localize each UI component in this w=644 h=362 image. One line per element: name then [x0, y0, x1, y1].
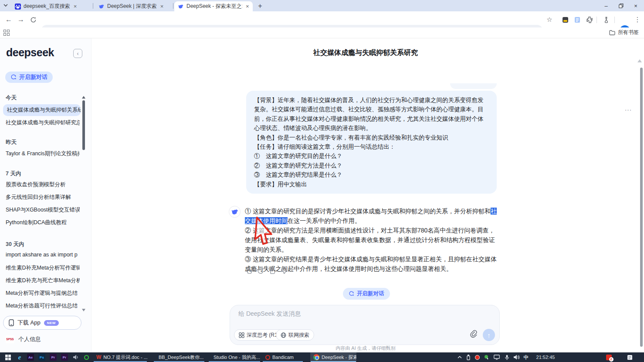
sidebar-item-chat[interactable]: 多元线性回归分析结果详解 [6, 194, 80, 201]
taskbar-window-word[interactable]: W NO.7 提示词.doc - ... [93, 352, 147, 362]
audio-app-icon[interactable] [71, 352, 80, 362]
after-effects-icon[interactable]: Ae [26, 352, 35, 362]
tray-usb-icon[interactable] [464, 352, 472, 362]
all-bookmarks-button[interactable]: 所有书签 [609, 29, 639, 36]
premiere-icon[interactable]: Pr [49, 352, 58, 362]
sidebar-item-chat[interactable]: Meta分析选题可行性评估总结 [6, 302, 80, 310]
forward-button[interactable]: → [16, 14, 26, 25]
extension-icon-2[interactable] [573, 15, 582, 24]
tray-clock[interactable]: 21:52:45 [532, 352, 559, 362]
taskbar-window-folder[interactable]: BB_DeepSeek教你... [153, 352, 205, 362]
tray-ime-indicator[interactable]: 中 [522, 352, 530, 362]
thumbs-up-icon[interactable] [268, 267, 276, 275]
taskbar-window-chrome-active[interactable]: DeepSeek - 探索未... [310, 352, 356, 362]
browser-tab-baidu[interactable]: deepseek_百度搜索 × [11, 1, 92, 11]
apps-grid-icon[interactable] [3, 30, 10, 36]
window-label: NO.7 提示词.doc - ... [103, 354, 147, 361]
sidebar-new-chat-button[interactable]: 开启新对话 [5, 72, 53, 83]
bookmark-star-icon[interactable]: ☆ [545, 15, 554, 24]
window-label: Studio One - 我的高... [214, 354, 260, 361]
sidebar-scrollbar-thumb[interactable] [82, 100, 85, 150]
user-paragraph: ③ 这篇文章的研究结果是什么？ [254, 170, 489, 179]
browser-toolbar: ← → chat.deepseek.com/a/chat/s/34f00644-… [0, 11, 644, 27]
wps-writer-icon: W [96, 354, 101, 360]
browser-tab-deepseek-home[interactable]: DeepSeek | 深度求索 × [95, 1, 173, 11]
ai-disclaimer: 内容由 AI 生成，请仔细甄别 [92, 345, 640, 352]
tray-chevron-up-icon[interactable] [456, 352, 464, 362]
extensions-puzzle-icon[interactable] [585, 15, 594, 24]
tray-notification-icon[interactable]: 2 [604, 352, 613, 362]
window-restore-button[interactable] [613, 0, 628, 11]
copy-icon[interactable] [245, 267, 253, 275]
sidebar-item-chat[interactable]: 维生素D补充与死亡率Meta分析 [6, 277, 80, 284]
sidebar-scroll-up-icon[interactable] [82, 96, 85, 99]
window-minimize-button[interactable]: – [599, 0, 613, 11]
premiere-icon-2[interactable]: Pr [60, 352, 69, 362]
browser-menu-kebab-icon[interactable]: ⋮ [633, 15, 642, 24]
message-actions [245, 267, 288, 275]
history-group-label: 30 天内 [6, 241, 24, 248]
tab-close-icon[interactable]: × [246, 3, 249, 10]
attach-paperclip-icon[interactable] [470, 330, 478, 339]
sidebar-item-chat[interactable]: Taylor & Francis期刊论文投稿排 [6, 150, 80, 157]
back-button[interactable]: ← [3, 14, 14, 25]
extension-icon-1[interactable] [560, 15, 570, 24]
assistant-paragraph-1: ① 这篇文章的研究目的是探讨青少年社交媒体成瘾与失眠和抑郁之间的关系，并分析抑郁… [245, 206, 497, 225]
tab-search-chevron-icon[interactable] [3, 4, 8, 7]
sidebar-collapse-button[interactable]: ‹ [73, 49, 82, 58]
web-search-toggle[interactable]: 联网搜索 [276, 329, 314, 341]
sidebar-scroll-down-icon[interactable] [82, 309, 85, 311]
page-scrollbar-thumb[interactable] [640, 68, 643, 347]
download-app-button[interactable]: 下载 App NEW [3, 316, 81, 330]
tray-recording-icon[interactable] [473, 352, 481, 362]
tray-network-tool-icon[interactable] [483, 352, 491, 362]
sidebar-item-chat-active[interactable]: 社交媒体成瘾与失眠抑郁关系研究 [3, 104, 81, 116]
assistant-paragraph-2: ② 这篇文章的研究方法是采用横断面描述性设计，对土耳其东部780名高中生进行问卷… [245, 225, 497, 254]
photoshop-icon[interactable]: Ps [37, 352, 46, 362]
internet-explorer-icon[interactable]: e [15, 352, 24, 362]
sidebar-item-chat[interactable]: 维生素D补充Meta分析写作逻辑 [6, 264, 80, 272]
bandicam-icon [265, 355, 270, 360]
tray-volume-icon[interactable] [512, 352, 521, 362]
browser-tab-deepseek-chat-active[interactable]: DeepSeek - 探索未至之境 × [174, 1, 253, 11]
sidebar-item-chat[interactable]: Meta分析写作逻辑与提纲总结 [6, 290, 80, 297]
reload-button[interactable] [28, 14, 38, 25]
user-message-bubble: 【背景】近年来，随着社交媒体的普及，人们的社交行为和心理健康之间的关系变得愈发复… [246, 91, 497, 194]
thumbs-down-icon[interactable] [280, 267, 288, 275]
tray-display-icon[interactable] [492, 352, 501, 362]
regenerate-icon[interactable] [257, 267, 264, 275]
start-button[interactable] [3, 352, 13, 362]
new-chat-center-button[interactable]: 开启新对话 [343, 288, 390, 300]
personal-info-button[interactable]: SPSS 个人信息 [6, 335, 41, 343]
windows-taskbar: e Ae Ps Pr Pr W NO.7 提示词.doc - ... BB_De… [0, 352, 644, 362]
page-scroll-hint-icon [637, 59, 642, 62]
tab-title: deepseek_百度搜索 [24, 3, 70, 10]
tab-close-icon[interactable]: × [160, 3, 164, 10]
web-search-label: 联网搜索 [288, 331, 309, 339]
sidebar-item-chat[interactable]: 股票收盘价预测模型分析 [6, 181, 80, 188]
new-chat-label: 开启新对话 [19, 73, 47, 81]
sidebar-item-chat[interactable]: 社交媒体成瘾与失眠抑郁研究总结 [6, 119, 80, 126]
deepseek-whale-favicon-icon [178, 3, 184, 10]
phone-icon [9, 319, 14, 326]
sidebar-item-chat[interactable]: import akshare as ak import p [6, 252, 80, 258]
new-tab-button[interactable]: + [255, 1, 265, 11]
taskbar-window-studio-one[interactable]: Studio One - 我的高... [208, 352, 261, 362]
user-paragraph: 【要求】用中文输出 [254, 180, 489, 189]
tray-microphone-icon[interactable] [503, 352, 511, 362]
tab-close-icon[interactable]: × [74, 3, 77, 10]
taskbar-window-bandicam[interactable]: Bandicam [262, 352, 303, 362]
history-group-label: 今天 [6, 94, 17, 102]
sidebar-item-chat[interactable]: Python绘制DCA曲线教程 [6, 219, 80, 226]
previous-message-sliver [450, 83, 497, 89]
answer-text: 在这一关系中的中介作用。 [288, 217, 361, 224]
flask-icon[interactable] [601, 15, 611, 24]
chat-item-more-icon[interactable]: ··· [624, 104, 633, 116]
tray-notes-icon[interactable] [625, 352, 634, 362]
record-app-icon[interactable] [82, 352, 91, 362]
user-paragraph: 【任务】请仔细阅读这篇文章，分别用一句话总结出： [254, 142, 489, 151]
chrome-icon [313, 354, 319, 360]
window-close-button[interactable]: × [628, 0, 643, 11]
sidebar-item-chat[interactable]: SHAP与XGBoost模型交互错误解 [6, 206, 80, 214]
send-button[interactable]: ↑ [483, 329, 495, 341]
